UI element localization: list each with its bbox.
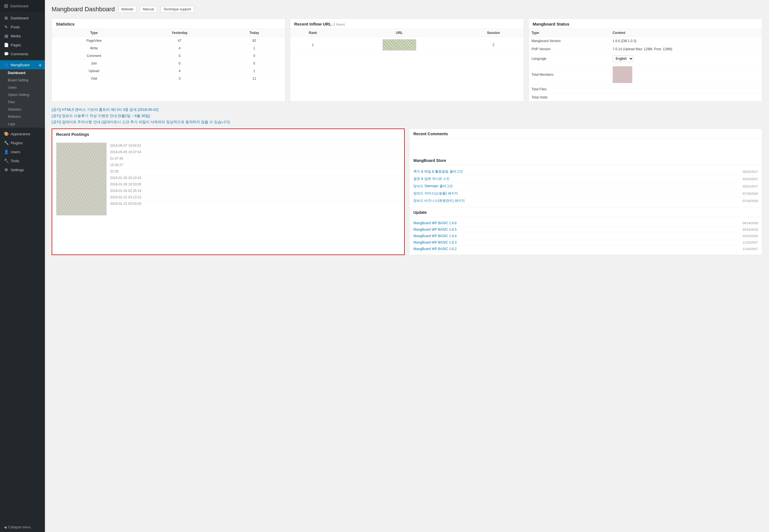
posting-date: 2018-01-26 02:35:19 [110,189,141,193]
list-item: MangBoard WP BASIC 1.6.5 03/14/2018 [413,226,758,233]
manual-button[interactable]: Manual [140,6,157,13]
store-item-name[interactable]: 쪽지 & 메일 & 활동알림 플러그인 [413,169,463,174]
store-list: 쪽지 & 메일 & 활동알림 플러그인 05/22/2017 질문 & 답변 게… [409,165,762,207]
update-item-name[interactable]: MangBoard WP BASIC 1.6.3 [413,240,457,244]
notices-section: [공지] HTML5 캔버스 기반의 홈트리 에디터 3종 공개 [2018-0… [52,107,762,125]
stats-yesterday: 47 [136,37,223,45]
stats-yesterday: 3 [136,75,223,82]
sidebar-item-pages[interactable]: 📄 Pages [0,40,45,49]
store-item-name[interactable]: 질문 & 답변 게시판 스킨 [413,176,450,181]
sidebar-item-users[interactable]: 👤 Users [0,147,45,156]
recent-comments-title: Recent Comments [409,129,762,139]
update-title: Update [409,207,762,217]
mangboard-menu-header[interactable]: 👤 MangBoard ◀ [0,60,45,69]
sidebar-item-mb-statistics[interactable]: Statistics [0,106,45,113]
status-content [610,64,762,85]
mb-option-setting-label: Option Setting [8,93,29,97]
language-select[interactable]: English Korean [613,55,633,62]
appearance-icon: 🎨 [4,132,8,136]
technique-support-button[interactable]: Technique support [161,6,194,13]
posting-date: 01:47:45 [110,157,123,160]
mb-dashboard-label: Dashboard [8,71,26,75]
table-row: Comment 0 0 [52,52,285,60]
plugins-label: Plugins [11,141,23,145]
main-content: Mangboard Dashboard Website Manual Techn… [45,0,769,532]
status-thumbnail [613,66,632,83]
sidebar-item-tools[interactable]: 🔨 Tools [0,156,45,165]
inflow-col-session: Session [463,29,524,37]
sidebar-item-dashboard[interactable]: ⊞ Dashboard [0,13,45,22]
stats-type: Write [52,45,136,52]
sidebar-item-mb-board-setting[interactable]: Board Setting [0,77,45,84]
recent-postings-panel: Recent Postings 2018-05-07 19:54:512018-… [52,129,405,255]
sidebar-item-media[interactable]: ▤ Media [0,31,45,40]
statistics-panel: Statistics Type Yesterday Today PageView… [52,19,285,102]
sidebar-item-plugins[interactable]: 🔧 Plugins [0,138,45,147]
sidebar-item-mb-dashboard[interactable]: Dashboard [0,69,45,77]
sidebar-item-mb-users[interactable]: Users [0,84,45,91]
list-item: 2018-05-07 19:54:51 [110,143,400,149]
update-item-name[interactable]: MangBoard WP BASIC 1.6.6 [413,221,457,225]
notice-link[interactable]: [공지] 망보드 사용후기 작성 이벤트 안내 [5월2일 ~ 6월 30일] [52,113,762,118]
sidebar-item-mb-files[interactable]: Files [0,98,45,106]
table-row: Language English Korean [529,53,762,64]
notice-link[interactable]: [공지] 업데이트 주의사항 안내 (업데이트시 신규 추가 파일이 삭제되어 … [52,120,762,125]
top-row: Statistics Type Yesterday Today PageView… [52,19,762,102]
store-item-name[interactable]: 망보드 커머스(쇼핑몰) 패키지 [413,191,458,196]
collapse-menu-button[interactable]: ◀ Collapse menu [0,522,45,532]
sidebar-item-appearance[interactable]: 🎨 Appearance [0,129,45,138]
appearance-label: Appearance [11,132,30,136]
sidebar-item-posts[interactable]: ✎ Posts [0,22,45,31]
store-item-date: 07/18/2016 [743,192,758,195]
users-label: Users [11,150,20,154]
sidebar-item-settings[interactable]: ⚙ Settings [0,165,45,174]
store-item-name[interactable]: 망보드 Sitemaps 플러그인 [413,184,453,189]
tools-label: Tools [11,159,19,163]
update-list: MangBoard WP BASIC 1.6.6 04/14/2018 Mang… [409,217,762,255]
update-item-name[interactable]: MangBoard WP BASIC 1.6.5 [413,228,457,231]
inflow-col-url: URL [335,29,463,37]
recent-inflow-subtitle: (1 Week) [333,23,345,26]
stats-type: PageView [52,37,136,45]
sidebar-item-mb-logs[interactable]: Logs [0,120,45,128]
status-col-content: Content [610,29,762,37]
postings-list: 2018-05-07 19:54:512018-05-05 16:07:0401… [110,143,400,215]
recent-inflow-panel: Recent Inflow URL (1 Week) Rank URL Sess… [290,19,524,102]
table-row: Write 4 1 [52,45,285,52]
posting-date: 2018-01-22 03:13:22 [110,195,141,199]
sidebar-item-label: Media [11,34,20,38]
status-type: Total Visits [529,93,610,102]
dashboard-icon: ⊞ [4,16,8,20]
status-type: Language [529,53,610,64]
update-item-date: 11/10/2017 [743,247,758,251]
list-item: MangBoard WP BASIC 1.6.3 11/22/2017 [413,239,758,246]
sidebar-item-comments[interactable]: 💬 Comments [0,49,45,58]
mangboard-submenu: Dashboard Board Setting Users Option Set… [0,69,45,128]
status-content [610,85,762,93]
store-item-name[interactable]: 망보드 비즈니스(회원관리) 패키지 [413,198,465,203]
sidebar-item-mb-option-setting[interactable]: Option Setting [0,91,45,98]
collapse-menu-label: Collapse menu [8,525,31,529]
inflow-session: 2 [463,37,524,53]
status-type: Total Members [529,64,610,85]
mangboard-menu-section: 👤 MangBoard ◀ Dashboard Board Setting Us… [0,60,45,128]
update-item-name[interactable]: MangBoard WP BASIC 1.6.2 [413,247,457,251]
website-button[interactable]: Website [118,6,136,13]
stats-type: Comment [52,52,136,60]
statistics-table: Type Yesterday Today PageView 47 92 Writ… [52,29,285,82]
status-type: Mangboard Version [529,37,610,45]
pages-icon: 📄 [4,43,8,47]
table-row: 1 2 [290,37,523,53]
list-item: 15:34:27 [110,162,400,168]
list-item: 망보드 비즈니스(회원관리) 패키지 07/16/2016 [413,197,758,204]
update-item-name[interactable]: MangBoard WP BASIC 1.6.4 [413,234,457,238]
settings-icon: ⚙ [4,168,8,172]
sidebar-item-mb-referers[interactable]: Referers [0,113,45,120]
notice-link[interactable]: [공지] HTML5 캔버스 기반의 홈트리 에디터 3종 공개 [2018-0… [52,107,762,112]
status-content: English Korean [610,53,762,64]
mangboard-status-title: Mangboard Status [529,19,762,29]
media-icon: ▤ [4,34,8,38]
store-item-date: 02/21/2017 [743,185,758,188]
update-item-date: 04/14/2018 [743,221,758,225]
page-header: Mangboard Dashboard Website Manual Techn… [52,6,762,13]
